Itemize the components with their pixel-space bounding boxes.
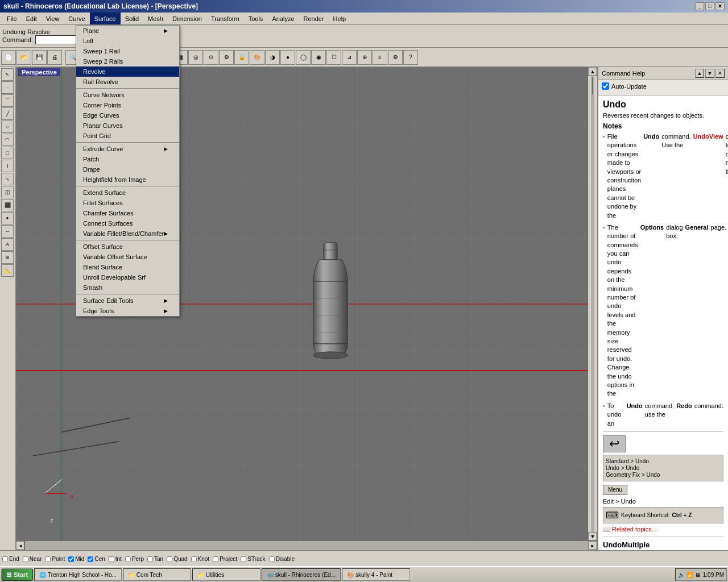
lt-point[interactable]: · bbox=[1, 81, 14, 94]
menu-edit[interactable]: Edit bbox=[22, 13, 42, 24]
menu-tools[interactable]: Tools bbox=[244, 13, 268, 24]
menu-surface-curve-network[interactable]: Curve Network bbox=[76, 90, 179, 100]
snap-strack-check[interactable] bbox=[241, 556, 246, 562]
new-button[interactable]: 📄 bbox=[1, 50, 16, 65]
menu-surface-edge-tools[interactable]: Edge Tools▶ bbox=[76, 306, 179, 316]
open-button[interactable]: 📂 bbox=[16, 50, 31, 65]
menu-surface-variable-fillet[interactable]: Variable Fillet/Blend/Chamfer▶ bbox=[76, 228, 179, 239]
menu-file[interactable]: File bbox=[2, 13, 22, 24]
lt-arc[interactable]: ◠ bbox=[1, 134, 14, 146]
help-btn[interactable]: ? bbox=[403, 50, 418, 65]
lt-dim[interactable]: ↔ bbox=[1, 225, 14, 238]
menu-surface-chamfer[interactable]: Chamfer Surfaces bbox=[76, 208, 179, 218]
snap-tan-check[interactable] bbox=[147, 556, 153, 562]
tb11[interactable]: 🔒 bbox=[234, 50, 249, 65]
menu-surface-extrude-curve[interactable]: Extrude Curve▶ bbox=[76, 144, 179, 154]
menu-surface-loft[interactable]: Loft bbox=[76, 36, 179, 46]
snap-quad-check[interactable] bbox=[167, 556, 172, 562]
tb13[interactable]: ◑ bbox=[265, 50, 280, 65]
lt-circle[interactable]: ○ bbox=[1, 120, 14, 133]
menu-surface-variable-offset[interactable]: Variable Offset Surface bbox=[76, 252, 179, 262]
menu-help[interactable]: Help bbox=[329, 13, 351, 24]
autoupdate-checkbox[interactable] bbox=[602, 82, 609, 90]
menu-surface-heightfield[interactable]: Heightfield from Image bbox=[76, 174, 179, 185]
taskbar-item-trenton[interactable]: 🌐 Trenton High School - Ho... bbox=[34, 568, 122, 581]
menu-surface-fillet[interactable]: Fillet Surfaces bbox=[76, 198, 179, 208]
menu-button[interactable]: Menu bbox=[603, 485, 627, 494]
taskbar-item-rhino[interactable]: 🦏 skull - Rhinoceros (Ed... bbox=[262, 568, 341, 581]
tb18[interactable]: ⊿ bbox=[342, 50, 357, 65]
related-topics-link[interactable]: 📖 Related topics... bbox=[603, 526, 723, 533]
save-button[interactable]: 💾 bbox=[32, 50, 47, 65]
lt-snap[interactable]: ⊕ bbox=[1, 251, 14, 264]
hscroll-right[interactable]: ► bbox=[588, 541, 597, 550]
viewport-vscroll[interactable]: ▲ ▼ bbox=[588, 67, 597, 541]
menu-surface-offset[interactable]: Offset Surface bbox=[76, 242, 179, 252]
menu-solid[interactable]: Solid bbox=[121, 13, 143, 24]
snap-project-check[interactable] bbox=[213, 556, 218, 562]
tb17[interactable]: ☐ bbox=[326, 50, 341, 65]
taskbar-item-comtech[interactable]: 📁 Com Tech bbox=[123, 568, 191, 581]
tb19[interactable]: ⊕ bbox=[357, 50, 372, 65]
minimize-button[interactable]: _ bbox=[695, 2, 704, 10]
menu-surface-edit-tools[interactable]: Surface Edit Tools▶ bbox=[76, 296, 179, 306]
lt-transform[interactable]: ✦ bbox=[1, 212, 14, 225]
tb12[interactable]: 🎨 bbox=[250, 50, 264, 65]
lt-polyline[interactable]: ⌇ bbox=[1, 160, 14, 172]
lt-freeform[interactable]: ∿ bbox=[1, 173, 14, 185]
snap-near-check[interactable] bbox=[23, 556, 28, 562]
tb16[interactable]: ◉ bbox=[311, 50, 326, 65]
menu-surface-plane[interactable]: Plane▶ bbox=[76, 26, 179, 36]
tb9[interactable]: ⊙ bbox=[204, 50, 218, 65]
menu-surface-blend[interactable]: Blend Surface bbox=[76, 262, 179, 272]
close-button[interactable]: ✕ bbox=[715, 2, 725, 10]
menu-surface-unroll[interactable]: Unroll Developable Srf bbox=[76, 272, 179, 282]
menu-view[interactable]: View bbox=[42, 13, 64, 24]
menu-surface-edge-curves[interactable]: Edge Curves bbox=[76, 110, 179, 120]
menu-surface-sweep1[interactable]: Sweep 1 Rail bbox=[76, 46, 179, 56]
vscroll-down[interactable]: ▼ bbox=[588, 532, 597, 541]
menu-surface-revolve[interactable]: Revolve bbox=[76, 66, 179, 77]
snap-mid-check[interactable] bbox=[68, 556, 74, 562]
layers[interactable]: ≡ bbox=[373, 50, 387, 65]
snap-point-check[interactable] bbox=[45, 556, 51, 562]
menu-surface-rail-revolve[interactable]: Rail Revolve bbox=[76, 77, 179, 87]
lt-solid[interactable]: ⬛ bbox=[1, 199, 14, 211]
tb10[interactable]: ⚙ bbox=[219, 50, 234, 65]
lt-analyze[interactable]: 📐 bbox=[1, 264, 14, 277]
taskbar-item-utilities[interactable]: 📁 Utilities bbox=[192, 568, 260, 581]
menu-surface-smash[interactable]: Smash bbox=[76, 282, 179, 293]
panel-close[interactable]: ✕ bbox=[715, 69, 725, 78]
lt-select[interactable]: ↖ bbox=[1, 68, 14, 81]
menu-render[interactable]: Render bbox=[299, 13, 329, 24]
maximize-button[interactable]: □ bbox=[705, 2, 714, 10]
snap-end-check[interactable] bbox=[2, 556, 8, 562]
menu-surface-planar-curves[interactable]: Planar Curves bbox=[76, 120, 179, 131]
menu-surface-point-grid[interactable]: Point Grid bbox=[76, 131, 179, 141]
tb14[interactable]: ● bbox=[280, 50, 295, 65]
menu-surface-extend[interactable]: Extend Surface bbox=[76, 188, 179, 198]
start-button[interactable]: ⊞ Start bbox=[1, 568, 33, 581]
taskbar-item-paint[interactable]: 🎨 skully 4 - Paint bbox=[342, 568, 410, 581]
panel-scroll-up[interactable]: ▲ bbox=[695, 69, 704, 78]
panel-scroll-down[interactable]: ▼ bbox=[705, 69, 714, 78]
menu-surface-sweep2[interactable]: Sweep 2 Rails bbox=[76, 56, 179, 66]
menu-surface[interactable]: Surface bbox=[90, 13, 121, 24]
tb8[interactable]: ◎ bbox=[188, 50, 203, 65]
snap-cen-check[interactable] bbox=[88, 556, 93, 562]
snap-knot-check[interactable] bbox=[191, 556, 197, 562]
menu-surface-patch[interactable]: Patch bbox=[76, 154, 179, 164]
menu-curve[interactable]: Curve bbox=[64, 13, 89, 24]
menu-surface-drape[interactable]: Drape bbox=[76, 164, 179, 174]
menu-analyze[interactable]: Analyze bbox=[267, 13, 299, 24]
lt-rectangle[interactable]: □ bbox=[1, 147, 14, 159]
lt-line[interactable]: ╱ bbox=[1, 107, 14, 120]
hscroll-left[interactable]: ◄ bbox=[16, 541, 25, 550]
menu-mesh[interactable]: Mesh bbox=[143, 13, 168, 24]
snap-disable-check[interactable] bbox=[269, 556, 275, 562]
vscroll-up[interactable]: ▲ bbox=[588, 67, 597, 76]
lt-curve[interactable]: ⌒ bbox=[1, 94, 14, 107]
lt-text[interactable]: A bbox=[1, 238, 14, 251]
menu-transform[interactable]: Transform bbox=[206, 13, 244, 24]
menu-surface-corner-points[interactable]: Corner Points bbox=[76, 100, 179, 110]
